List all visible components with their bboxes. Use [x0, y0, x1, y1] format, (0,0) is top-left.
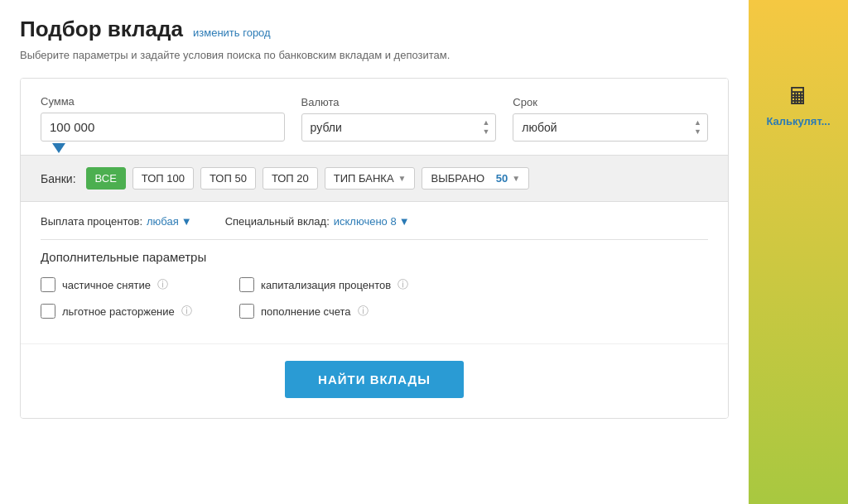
checkbox-capitalization-label: капитализация процентов	[261, 279, 391, 291]
help-icon-capitalization[interactable]: ⓘ	[398, 277, 408, 292]
checkbox-partial-label: частичное снятие	[62, 279, 151, 291]
bank-filter-top20[interactable]: ТОП 20	[263, 167, 318, 190]
interest-label: Выплата процентов:	[41, 215, 142, 228]
period-field-group: Срок любой 1 месяц 3 месяца 6 месяцев 1 …	[513, 96, 708, 142]
bank-selected-count: 50	[496, 172, 508, 185]
chevron-down-icon-4: ▼	[399, 215, 410, 228]
submit-button[interactable]: НАЙТИ ВКЛАДЫ	[285, 361, 464, 398]
checkboxes-section: частичное снятие ⓘ капитализация процент…	[41, 277, 708, 319]
submit-section: НАЙТИ ВКЛАДЫ	[21, 343, 728, 418]
interest-filter-item: Выплата процентов: любая ▼	[41, 215, 192, 228]
currency-select[interactable]: рубли доллары евро	[301, 113, 497, 142]
page-subtitle: Выберите параметры и задайте условия пои…	[20, 49, 729, 61]
interest-dropdown[interactable]: любая ▼	[147, 215, 192, 228]
special-filter-item: Специальный вклад: исключено 8 ▼	[225, 215, 410, 228]
checkbox-replenishment-label: пополнение счета	[261, 305, 351, 318]
help-icon-льготное[interactable]: ⓘ	[181, 304, 192, 319]
bank-type-label: ТИП БАНКА	[334, 172, 394, 185]
sum-label: Сумма	[41, 95, 285, 108]
period-label: Срок	[513, 96, 708, 108]
form-box: Сумма Валюта рубли доллары	[20, 78, 729, 419]
chevron-down-icon-3: ▼	[181, 215, 192, 228]
checkbox-capitalization-input[interactable]	[239, 277, 254, 292]
additional-section: Выплата процентов: любая ▼ Специальный в…	[21, 202, 728, 343]
change-city-link[interactable]: изменить город	[193, 26, 271, 39]
banks-label: Банки:	[41, 172, 76, 185]
checkbox-partial-input[interactable]	[41, 277, 55, 292]
checkbox-row-2: льготное расторжение ⓘ пополнение счета …	[41, 304, 708, 319]
calculator-sidebar-item[interactable]: 🖩 Калькулят...	[766, 83, 830, 127]
help-icon-partial[interactable]: ⓘ	[157, 277, 168, 292]
special-dropdown[interactable]: исключено 8 ▼	[334, 215, 410, 228]
sum-input[interactable]	[41, 113, 285, 142]
special-value: исключено 8	[334, 215, 397, 228]
sum-field-group: Сумма	[41, 95, 285, 142]
bank-selected-dropdown[interactable]: ВЫБРАНО 50 ▼	[422, 167, 529, 190]
page-header: Подбор вклада изменить город	[20, 17, 729, 42]
sidebar: 🖩 Калькулят...	[749, 0, 848, 504]
interest-value: любая	[147, 215, 179, 228]
slider-thumb-icon	[52, 143, 65, 153]
special-label: Специальный вклад:	[225, 215, 330, 228]
chevron-down-icon: ▼	[398, 174, 407, 183]
currency-select-wrapper: рубли доллары евро ▲ ▼	[301, 113, 497, 142]
calculator-icon: 🖩	[787, 83, 810, 110]
period-select[interactable]: любой 1 месяц 3 месяца 6 месяцев 1 год	[513, 113, 708, 142]
checkbox-partial: частичное снятие ⓘ	[41, 277, 206, 292]
bank-type-dropdown[interactable]: ТИП БАНКА ▼	[325, 167, 416, 190]
banks-section: Банки: ВСЕ ТОП 100 ТОП 50 ТОП 20 ТИП БАН…	[21, 155, 728, 202]
checkbox-replenishment-input[interactable]	[239, 304, 254, 319]
bank-filter-top50[interactable]: ТОП 50	[200, 167, 256, 190]
checkbox-capitalization: капитализация процентов ⓘ	[239, 277, 408, 292]
filter-options-row: Выплата процентов: любая ▼ Специальный в…	[41, 215, 708, 228]
bank-selected-label: ВЫБРАНО	[431, 172, 484, 185]
bank-filter-top100[interactable]: ТОП 100	[132, 167, 194, 190]
page-title: Подбор вклада	[20, 17, 183, 42]
currency-field-group: Валюта рубли доллары евро ▲ ▼	[301, 96, 497, 142]
checkbox-льготное: льготное расторжение ⓘ	[41, 304, 206, 319]
calculator-label: Калькулят...	[766, 115, 830, 127]
checkbox-льготное-label: льготное расторжение	[62, 305, 175, 318]
form-section-top: Сумма Валюта рубли доллары	[21, 79, 728, 155]
sum-input-wrapper	[41, 113, 285, 142]
checkbox-replenishment: пополнение счета ⓘ	[239, 304, 405, 319]
checkbox-льготное-input[interactable]	[41, 304, 55, 319]
section-divider	[41, 239, 708, 240]
help-icon-replenishment[interactable]: ⓘ	[358, 304, 369, 319]
checkbox-row-1: частичное снятие ⓘ капитализация процент…	[41, 277, 708, 292]
currency-label: Валюта	[301, 96, 497, 108]
chevron-down-icon-2: ▼	[512, 174, 520, 183]
period-select-wrapper: любой 1 месяц 3 месяца 6 месяцев 1 год ▲…	[513, 113, 708, 142]
bank-filter-all[interactable]: ВСЕ	[86, 167, 126, 190]
form-fields-row: Сумма Валюта рубли доллары	[41, 95, 708, 142]
additional-title: Дополнительные параметры	[41, 250, 708, 264]
